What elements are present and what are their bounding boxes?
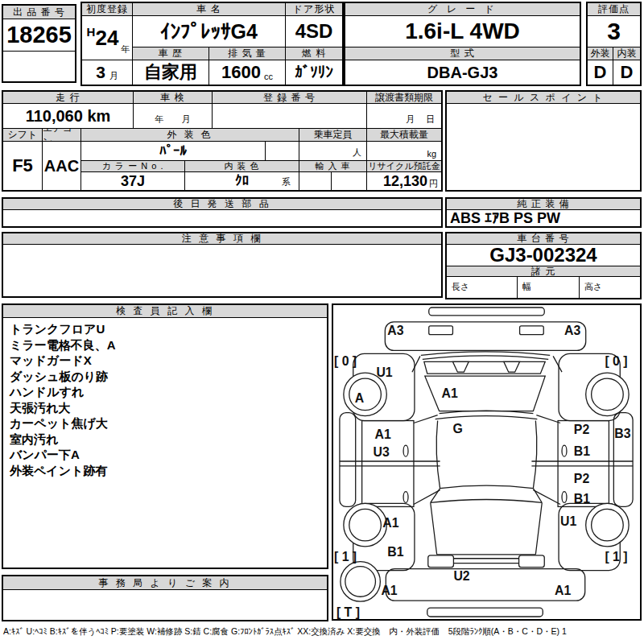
door-shape-label: ドア形状 [286,3,342,16]
fuel-value: ｶﾞｿﾘﾝ [286,60,342,85]
interior-color-suffix: 系 [282,176,291,188]
diagram-label: [ 1 ] [605,550,627,564]
car-name-label: 車 名 [133,3,286,16]
first-registration-month-cell: 3 月 [82,60,133,85]
diagram-label: A [355,391,365,405]
car-outline [340,308,633,617]
diagram-label: [ 0 ] [605,354,627,368]
chassis-box: 車 台 番 号 GJ3-002324 諸 元 長さ 幅 高さ [445,232,642,299]
diagram-label: A1 [381,584,397,597]
inspector-label: 検 査 員 記 入 欄 [3,305,327,318]
interior-color-label: 内 装 色 [185,161,299,172]
era-letter: H [87,25,96,39]
recycle-fee-unit: 円 [429,178,438,190]
inspector-note-line: バンパー下A [10,447,324,463]
registration-number-value [213,104,367,129]
displacement-unit: cc [264,72,273,81]
diagram-label: P2 [574,423,590,436]
diagram-label: B1 [574,492,590,506]
history-label: 車 歴 [133,47,209,60]
later-parts-box: 後 日 発 送 部 品 [2,197,443,228]
diagram-label: A1 [374,427,390,441]
displacement-label: 排 気 量 [209,47,286,60]
interior-grade-value: D [613,60,640,85]
chassis-number-label: 車 台 番 号 [447,233,640,245]
spec-label: 諸 元 [447,266,640,277]
diagram-label: P2 [574,472,590,485]
diagram-label: B1 [574,444,590,458]
import-label: 輸 入 車 [299,161,367,172]
office-label: 事 務 局 よ り ご 案 内 [3,576,327,590]
ac-value: AAC [43,142,81,190]
inspector-note-line: 外装ペイント跡有 [10,463,324,479]
ac-label: エアコン [43,129,81,142]
auction-number-label: 出 品 番 号 [3,6,75,19]
first-registration-year-cell: H 24 年 [82,16,133,60]
inspector-note-line: マッドガードX [10,353,324,369]
import-cell-1 [299,172,332,190]
capacity-unit: 人 [299,142,367,161]
registration-number-label: 登 録 番 号 [213,92,367,104]
diagram-label: [ T ] [336,605,360,619]
score-box: 評価点 3 外装 内装 D D [586,2,642,86]
shift-value: F5 [3,142,43,190]
auction-sheet: 出 品 番 号 18265 初度登録 車 名 ドア形状 H 24 年 3 月 ｲ… [0,0,644,644]
inspector-notes: トランクフロアUミラー電格不良、AマッドガードXダッシュ板のり跡ハンドルすれ天張… [10,321,324,478]
caution-label: 注 意 事 項 欄 [3,233,441,245]
inspector-note-line: ミラー電格不良、A [10,337,324,353]
import-cell-2 [332,172,367,190]
oem-equipment-box: 純 正 装 備 ABS ｴｱB PS PW [445,197,642,228]
diagram-label: U3 [373,445,389,459]
spec-height-label: 高さ [580,277,640,298]
diagram-label: A1 [442,386,458,400]
inspector-note-line: ダッシュ板のり跡 [10,369,324,385]
year-unit: 年 [121,43,130,56]
first-registration-year: 24 [95,26,118,51]
exterior-color-value: ﾊﾟｰﾙ [81,142,266,161]
inspector-note-line: 天張汚れ大 [10,400,324,416]
diagram-label: A3 [387,324,403,337]
first-registration-month: 3 [96,63,105,82]
diagram-label: B1 [387,545,403,559]
legend-line: A:ｷｽﾞ U:ﾍｺﾐ B:ｷｽﾞを伴うﾍｺﾐ P:要塗装 W:補修跡 S:錆 … [3,626,641,638]
month-unit: 月 [109,70,118,82]
inspector-note-line: トランクフロアU [10,321,324,337]
exterior-grade-value: D [588,60,613,85]
diagram-label: U2 [453,569,469,583]
first-registration-label: 初度登録 [82,3,133,16]
displacement-cell: 1600 cc [209,60,286,85]
later-parts-label: 後 日 発 送 部 品 [3,199,441,210]
diagram-label: [ 0 ] [334,354,357,368]
exterior-grade-label: 外装 [588,47,613,60]
score-label: 評価点 [588,3,640,16]
car-diagram: A3A3[ 0 ][ 0 ]U1AA1GA1U3P2B1B3P2B1A1U1B1… [333,305,640,619]
model-code-value: DBA-GJ3 [345,60,580,85]
mileage-color-table: 走 行 車 検 登 録 番 号 譲渡書類期限 110,060 km 年 月 月 … [2,90,443,192]
auction-number-box: 出 品 番 号 18265 [2,4,76,83]
office-box: 事 務 局 よ り ご 案 内 [2,575,328,621]
diagram-label: G [452,422,462,436]
sales-point-box: セ ー ル ス ポ イ ン ト [445,90,642,192]
model-code-label: 型 式 [345,47,580,60]
interior-grade-label: 内装 [613,47,640,60]
inspector-note-line: 室内汚れ [10,431,324,448]
inspector-note-line: ハンドルすれ [10,384,324,400]
oem-equipment-label: 純 正 装 備 [447,199,640,210]
mileage-value: 110,060 km [3,104,134,129]
spec-length-label: 長さ [447,277,518,298]
history-value: 自家用 [133,60,209,85]
vehicle-info-table: 初度登録 車 名 ドア形状 H 24 年 3 月 ｲﾝﾌﾟﾚｯｻG4 車 歴 排… [80,2,344,86]
diagram-label: U1 [376,365,392,379]
score-value: 3 [588,16,640,47]
oem-equipment-value: ABS ｴｱB PS PW [447,210,640,226]
caution-box: 注 意 事 項 欄 [2,232,443,298]
displacement-value: 1600 [221,62,261,83]
max-load-unit: kg [367,142,441,161]
diagram-label: U1 [560,514,576,528]
shift-label: シフト [3,129,43,142]
diagram-label: [ 1 ] [334,550,357,564]
interior-color-value: ｸﾛ [235,173,249,189]
grade-value: 1.6i-L 4WD [345,16,580,47]
fuel-label: 燃 料 [286,47,342,60]
transfer-deadline-value: 月 日 [367,104,441,129]
